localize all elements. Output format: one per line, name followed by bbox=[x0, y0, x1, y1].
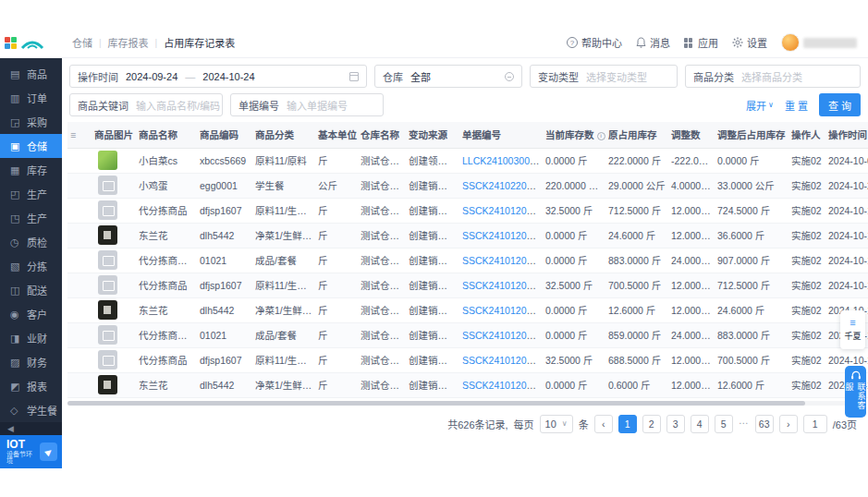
product-image[interactable] bbox=[98, 250, 117, 270]
cell-original: 29.0000 公斤 bbox=[605, 173, 668, 198]
info-icon[interactable]: i bbox=[597, 132, 605, 140]
date-to-value[interactable]: 2024-10-24 bbox=[202, 71, 254, 82]
breadcrumb-item[interactable]: 仓储 bbox=[72, 35, 92, 50]
column-header-time: 操作时间 bbox=[825, 122, 868, 148]
product-image[interactable] bbox=[98, 300, 117, 320]
table-container: ≡商品图片商品名称商品编码商品分类基本单位仓库名称变动来源单据编号当前库存数i原… bbox=[67, 122, 868, 398]
cell-unit: 斤 bbox=[315, 223, 358, 248]
cell-image bbox=[92, 347, 136, 372]
cell-current: 220.0000 公斤 bbox=[543, 173, 605, 198]
product-image[interactable] bbox=[98, 176, 117, 195]
sidebar-item-inventory[interactable]: ▦库存 bbox=[0, 158, 62, 182]
product-image[interactable] bbox=[98, 151, 117, 170]
cell-unit: 斤 bbox=[315, 372, 358, 397]
sidebar-item-production-2[interactable]: ◳生产 bbox=[0, 206, 62, 230]
delivery-icon: ◫ bbox=[10, 285, 21, 297]
doc-number-link[interactable]: SSCK24101200002 bbox=[462, 355, 543, 366]
cell-operator: 实施02 bbox=[789, 372, 825, 397]
cell-adjust: 12.0000 斤 bbox=[668, 347, 715, 372]
sidebar-item-quality[interactable]: ◷质检 bbox=[0, 230, 62, 254]
product-image[interactable] bbox=[98, 275, 117, 295]
column-settings-icon[interactable]: ≡ bbox=[70, 129, 76, 140]
sidebar-item-finance[interactable]: ▨财务 bbox=[0, 350, 62, 374]
breadcrumb-item[interactable]: 库存报表 bbox=[108, 35, 149, 50]
cell-doc_no: SSCK24101200003 bbox=[459, 248, 543, 273]
warehouse-value: 全部 bbox=[410, 69, 431, 84]
page-jump-input[interactable] bbox=[803, 415, 827, 433]
category-select[interactable]: 商品分类 选择商品分类 bbox=[685, 65, 861, 88]
doc-number-link[interactable]: SSCK24101200002 bbox=[462, 330, 543, 341]
brand-logo-icon bbox=[20, 36, 44, 50]
product-image[interactable] bbox=[98, 225, 117, 245]
sidebar-item-biz-finance[interactable]: ◨业财 bbox=[0, 326, 62, 350]
sidebar-item-orders[interactable]: ▥订单 bbox=[0, 86, 62, 110]
topbar: 仓储|库存报表|占用库存记录表 ? 帮助中心 消息 应用 bbox=[0, 28, 868, 58]
operation-time-range-picker[interactable]: 操作时间 2024-09-24 — 2024-10-24 bbox=[69, 65, 367, 88]
doc-number-link[interactable]: SSCK24101200003 bbox=[462, 230, 543, 241]
doc-number-link[interactable]: SSCK24101200004 bbox=[462, 205, 543, 216]
sidebar-item-reports[interactable]: ◩报表 bbox=[0, 374, 62, 398]
iot-panel[interactable]: IOT 设备节环境 ▶ bbox=[0, 435, 62, 468]
date-range-separator: — bbox=[185, 71, 195, 82]
prev-page-button[interactable]: ‹ bbox=[594, 415, 613, 433]
sidebar-item-label: 质检 bbox=[27, 235, 47, 249]
apps-button[interactable]: 应用 bbox=[684, 35, 718, 50]
page-button-5[interactable]: 5 bbox=[715, 415, 733, 433]
doc-number-link[interactable]: LLCK24100300001 bbox=[462, 155, 543, 166]
sidebar-item-production-1[interactable]: ◰生产 bbox=[0, 182, 62, 206]
product-image[interactable] bbox=[98, 350, 117, 370]
reset-button[interactable]: 重 置 bbox=[785, 98, 808, 113]
settings-button[interactable]: 设置 bbox=[732, 35, 767, 50]
keyword-input[interactable]: 商品关键词 输入商品名称/编码 bbox=[69, 93, 223, 116]
total-records-text: 共626条记录, bbox=[447, 417, 507, 431]
sidebar-item-goods[interactable]: ▤商品 bbox=[0, 62, 62, 86]
sidebar-item-purchase[interactable]: ◲采购 bbox=[0, 110, 62, 134]
change-type-select[interactable]: 变动类型 选择变动类型 bbox=[530, 65, 678, 88]
page-button-63[interactable]: 63 bbox=[755, 415, 774, 433]
search-button[interactable]: 查 询 bbox=[819, 93, 861, 116]
chevron-down-icon: ∨ bbox=[768, 101, 774, 109]
warehouse-select[interactable]: 仓库 全部 bbox=[374, 65, 522, 88]
table-header-row: ≡商品图片商品名称商品编码商品分类基本单位仓库名称变动来源单据编号当前库存数i原… bbox=[67, 122, 868, 148]
contact-support-button[interactable]: 联系客服 bbox=[845, 366, 866, 418]
messages-button[interactable]: 消息 bbox=[636, 35, 670, 50]
cell-source: 创建销售出库 bbox=[406, 248, 459, 273]
doc-number-link[interactable]: SSCK24101200003 bbox=[462, 255, 543, 266]
gear-icon bbox=[732, 37, 743, 48]
topbar-actions: ? 帮助中心 消息 应用 bbox=[567, 33, 868, 52]
sidebar-item-sorting[interactable]: ▧分拣 bbox=[0, 254, 62, 278]
page-button-4[interactable]: 4 bbox=[691, 415, 709, 433]
sidebar-item-warehouse[interactable]: ▣仓储 bbox=[0, 134, 62, 158]
doc-number-link[interactable]: SSCK24101200001 bbox=[462, 380, 543, 391]
doc-number-link[interactable]: SSCK24101200002 bbox=[462, 305, 543, 316]
page-button-1[interactable]: 1 bbox=[618, 415, 637, 433]
page-button-2[interactable]: 2 bbox=[642, 415, 661, 433]
scrollbar-thumb[interactable] bbox=[67, 401, 805, 406]
product-image[interactable] bbox=[98, 375, 117, 394]
expand-filters-button[interactable]: 展开 ∨ bbox=[746, 98, 774, 113]
date-from-value[interactable]: 2024-09-24 bbox=[126, 71, 177, 82]
warehouse-clear-icon[interactable] bbox=[505, 72, 514, 81]
sidebar-collapse-button[interactable]: ◀ bbox=[0, 422, 62, 435]
doc-number-link[interactable]: SSCK24101200003 bbox=[462, 280, 543, 291]
sidebar-item-delivery[interactable]: ◫配送 bbox=[0, 278, 62, 302]
help-center-button[interactable]: ? 帮助中心 bbox=[567, 35, 622, 50]
doc-number-input[interactable]: 单据编号 输入单据编号 bbox=[230, 93, 384, 116]
per-page-select[interactable]: 10 ∨ bbox=[540, 415, 573, 433]
sidebar-item-student-meal[interactable]: ◇学生餐 bbox=[0, 398, 62, 422]
sorting-icon: ▧ bbox=[10, 261, 21, 273]
doc-number-link[interactable]: SSCK24102200001 bbox=[462, 180, 543, 191]
cell-doc_no: SSCK24101200003 bbox=[459, 223, 543, 248]
sidebar-item-label: 生产 bbox=[27, 211, 47, 225]
product-image[interactable] bbox=[98, 325, 117, 345]
cell-image bbox=[92, 148, 136, 173]
page-button-3[interactable]: 3 bbox=[666, 415, 685, 433]
product-image[interactable] bbox=[98, 200, 117, 220]
user-account[interactable] bbox=[781, 33, 857, 52]
horizontal-scrollbar[interactable] bbox=[67, 401, 861, 406]
sidebar-item-customers[interactable]: ◉客户 bbox=[0, 302, 62, 326]
assistant-widget[interactable]: ≡ 千夏 bbox=[840, 310, 865, 349]
next-page-button[interactable]: › bbox=[779, 415, 798, 433]
cell-category: 净菜1/生鲜shu菜类… bbox=[252, 372, 315, 397]
page-list: 12345…63 bbox=[618, 415, 774, 433]
